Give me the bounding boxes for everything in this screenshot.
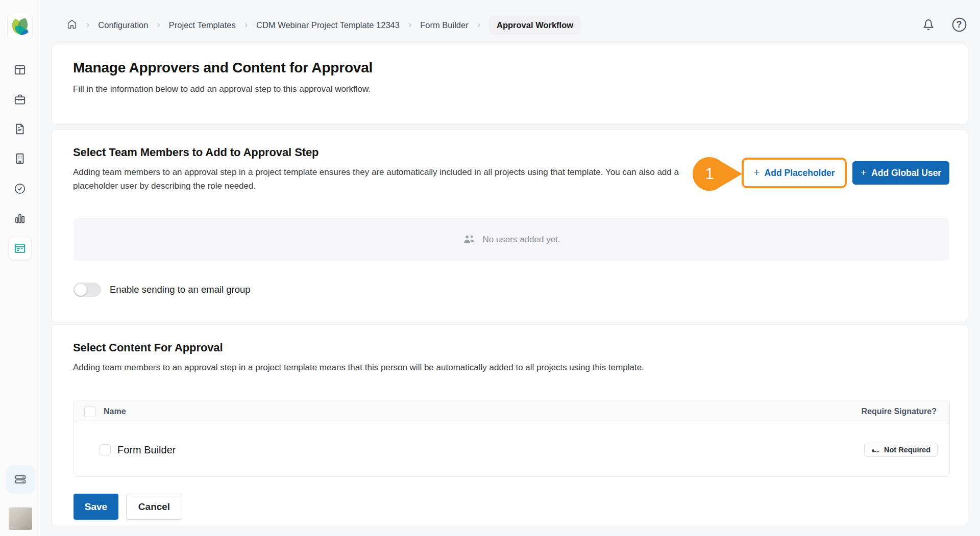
content-table: Name Require Signature? Form Builder Not… xyxy=(74,400,950,477)
user-avatar[interactable] xyxy=(9,507,32,530)
page-subtitle: Fill in the information below to add an … xyxy=(73,84,371,94)
row-name: Form Builder xyxy=(117,444,176,456)
column-header-signature: Require Signature? xyxy=(861,407,937,416)
add-global-user-label: Add Global User xyxy=(871,168,941,178)
sidebar-item-reports[interactable] xyxy=(8,207,32,230)
chevron-right-icon: › xyxy=(157,19,160,30)
column-header-name: Name xyxy=(104,407,126,416)
servers-icon xyxy=(13,472,28,487)
chevron-right-icon: › xyxy=(408,19,411,30)
breadcrumb-home[interactable] xyxy=(66,18,78,32)
bell-icon xyxy=(921,17,936,32)
email-group-toggle[interactable] xyxy=(74,283,101,297)
toggle-knob xyxy=(75,284,87,296)
content-approval-card: Select Content For Approval Adding team … xyxy=(51,324,968,526)
breadcrumb-project-templates[interactable]: Project Templates xyxy=(169,20,236,30)
bar-chart-icon xyxy=(13,212,27,225)
no-users-empty-state: No users added yet. xyxy=(74,218,949,261)
annotation-highlight-box: + Add Placeholder xyxy=(742,158,847,188)
help-button[interactable]: ? xyxy=(950,16,968,33)
chevron-right-icon: › xyxy=(86,19,89,30)
plus-icon: + xyxy=(861,166,867,178)
sidebar xyxy=(0,0,40,536)
content-section-title: Select Content For Approval xyxy=(73,341,223,354)
add-placeholder-button[interactable]: + Add Placeholder xyxy=(744,160,845,186)
add-placeholder-label: Add Placeholder xyxy=(765,168,835,178)
logo-icon xyxy=(10,16,30,37)
annotation-step-marker: 1 xyxy=(693,157,744,191)
sidebar-item-dashboard[interactable] xyxy=(8,58,32,82)
sidebar-item-projects[interactable] xyxy=(8,88,32,111)
content-section-description: Adding team members to an approval step … xyxy=(73,361,644,374)
sidebar-item-form-templates[interactable] xyxy=(8,237,32,260)
app-logo[interactable] xyxy=(7,14,33,39)
sidebar-item-servers[interactable] xyxy=(6,465,35,494)
select-all-checkbox[interactable] xyxy=(84,406,95,417)
breadcrumb-form-builder[interactable]: Form Builder xyxy=(420,20,468,30)
notifications-button[interactable] xyxy=(920,16,937,33)
team-section-title: Select Team Members to Add to Approval S… xyxy=(73,146,318,159)
email-group-toggle-row: Enable sending to an email group xyxy=(74,283,251,297)
breadcrumb-template-name[interactable]: CDM Webinar Project Template 12343 xyxy=(256,20,400,30)
sidebar-item-organization[interactable] xyxy=(8,147,32,170)
forms-icon xyxy=(13,242,27,255)
table-row: Form Builder Not Required xyxy=(74,423,949,476)
add-global-user-button[interactable]: + Add Global User xyxy=(852,161,949,185)
dashboard-icon xyxy=(13,63,27,76)
page-header-card: Manage Approvers and Content for Approva… xyxy=(51,44,968,125)
content-table-header: Name Require Signature? xyxy=(74,400,949,423)
annotation-step-number: 1 xyxy=(693,157,726,191)
team-section-description: Adding team members to an approval step … xyxy=(73,165,679,193)
breadcrumb-configuration[interactable]: Configuration xyxy=(98,20,148,30)
sidebar-item-approvals[interactable] xyxy=(8,177,32,200)
email-group-toggle-label: Enable sending to an email group xyxy=(110,284,251,295)
users-group-icon xyxy=(462,233,476,246)
signature-status-badge[interactable]: Not Required xyxy=(864,443,938,457)
cancel-button[interactable]: Cancel xyxy=(126,494,182,520)
briefcase-icon xyxy=(13,93,27,106)
page-title: Manage Approvers and Content for Approva… xyxy=(73,60,373,76)
building-icon xyxy=(13,152,27,165)
empty-state-text: No users added yet. xyxy=(482,235,560,245)
team-members-card: Select Team Members to Add to Approval S… xyxy=(51,129,968,322)
team-desc-line1: Adding team members to an approval step … xyxy=(73,167,679,177)
home-icon xyxy=(66,18,78,30)
breadcrumb-approval-workflow: Approval Workflow xyxy=(489,16,581,35)
signature-pen-icon xyxy=(871,446,880,454)
topbar-actions: ? xyxy=(920,16,968,33)
chevron-right-icon: › xyxy=(244,19,248,30)
save-button[interactable]: Save xyxy=(74,494,118,520)
check-circle-icon xyxy=(13,182,27,195)
plus-icon: + xyxy=(753,166,760,178)
question-glyph: ? xyxy=(957,19,962,30)
row-checkbox[interactable] xyxy=(100,444,111,455)
team-desc-line2: placeholder user by describing the role … xyxy=(73,181,256,191)
sidebar-item-documents[interactable] xyxy=(8,117,32,141)
document-icon xyxy=(13,122,27,136)
signature-badge-label: Not Required xyxy=(884,446,930,454)
breadcrumb: › Configuration › Project Templates › CD… xyxy=(66,15,581,35)
chevron-right-icon: › xyxy=(477,19,480,30)
